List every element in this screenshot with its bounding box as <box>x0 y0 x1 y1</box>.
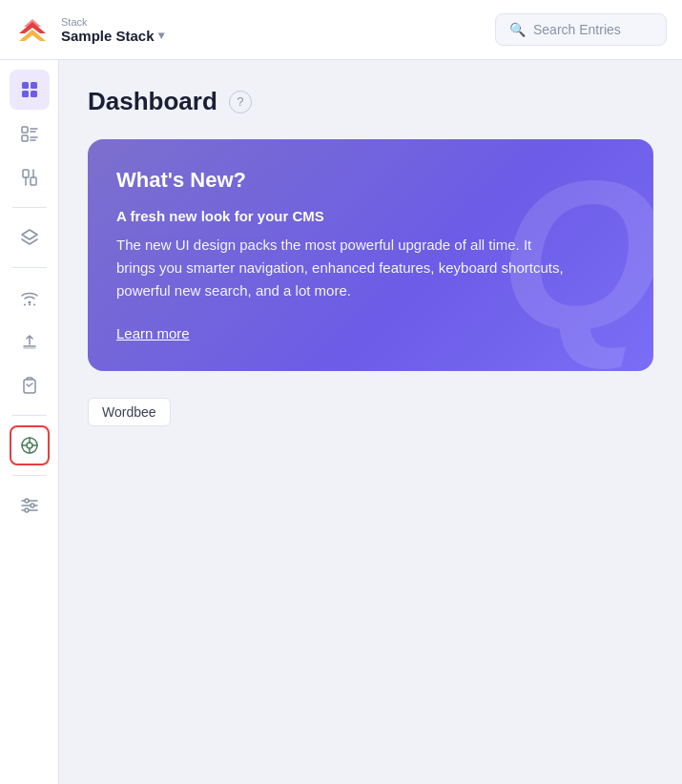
sidebar-divider-4 <box>12 475 47 476</box>
layers-icon <box>20 228 39 247</box>
sidebar-divider-1 <box>12 207 47 208</box>
sidebar-item-content-models[interactable] <box>10 113 50 154</box>
svg-point-34 <box>25 508 29 512</box>
wordbee-icon <box>19 435 40 456</box>
wifi-icon <box>20 288 39 307</box>
sidebar <box>0 60 59 784</box>
stack-name-button[interactable]: Sample Stack ▾ <box>61 28 484 44</box>
promo-body: The new UI design packs the most powerfu… <box>116 234 574 302</box>
svg-point-30 <box>25 499 29 503</box>
chevron-down-icon: ▾ <box>158 29 164 42</box>
svg-point-32 <box>31 504 34 507</box>
wordbee-tag[interactable]: Wordbee <box>88 398 171 426</box>
sidebar-item-deploy[interactable] <box>10 321 50 361</box>
promo-subheading: A fresh new look for your CMS <box>116 208 625 224</box>
sidebar-item-fields[interactable] <box>10 157 50 197</box>
sidebar-item-layers[interactable] <box>10 217 50 258</box>
main-content: Dashboard ? Q What's New? A fresh new lo… <box>59 60 682 784</box>
tag-row: Wordbee <box>88 398 653 426</box>
fields-icon <box>20 168 39 187</box>
app-header: Stack Sample Stack ▾ 🔍 Search Entries <box>0 0 682 60</box>
svg-point-19 <box>24 304 26 306</box>
promo-card: Q What's New? A fresh new look for your … <box>88 139 653 371</box>
page-title-row: Dashboard ? <box>88 87 653 116</box>
svg-point-20 <box>29 304 31 306</box>
svg-rect-11 <box>22 135 28 141</box>
svg-rect-15 <box>31 177 36 185</box>
svg-rect-8 <box>22 127 28 133</box>
list-grid-icon <box>20 124 39 143</box>
svg-rect-14 <box>23 170 29 177</box>
sidebar-item-tasks[interactable] <box>10 365 50 405</box>
main-layout: Dashboard ? Q What's New? A fresh new lo… <box>0 60 682 784</box>
sidebar-item-settings[interactable] <box>10 485 50 526</box>
grid-icon <box>20 80 39 99</box>
help-icon[interactable]: ? <box>229 91 252 113</box>
stack-label: Stack <box>61 16 484 28</box>
search-icon: 🔍 <box>509 22 526 37</box>
svg-point-24 <box>27 443 32 448</box>
app-logo <box>15 12 50 47</box>
svg-point-18 <box>28 301 31 304</box>
svg-rect-6 <box>22 91 29 97</box>
sliders-icon <box>20 496 39 515</box>
page-title: Dashboard <box>88 87 217 116</box>
promo-heading: What's New? <box>116 168 625 193</box>
sidebar-item-connectivity[interactable] <box>10 278 50 318</box>
clipboard-icon <box>20 376 39 395</box>
upload-icon <box>20 332 39 351</box>
svg-rect-4 <box>22 82 29 89</box>
stack-info: Stack Sample Stack ▾ <box>61 16 484 44</box>
promo-learn-more-link[interactable]: Learn more <box>116 325 190 341</box>
sidebar-item-dashboard[interactable] <box>10 70 50 110</box>
svg-rect-7 <box>31 91 37 97</box>
sidebar-item-wordbee[interactable] <box>10 425 50 465</box>
svg-point-21 <box>33 304 35 306</box>
search-placeholder: Search Entries <box>533 22 621 37</box>
sidebar-divider-2 <box>12 267 47 268</box>
search-bar[interactable]: 🔍 Search Entries <box>495 13 667 46</box>
sidebar-divider-3 <box>12 415 47 416</box>
svg-rect-5 <box>31 82 37 89</box>
